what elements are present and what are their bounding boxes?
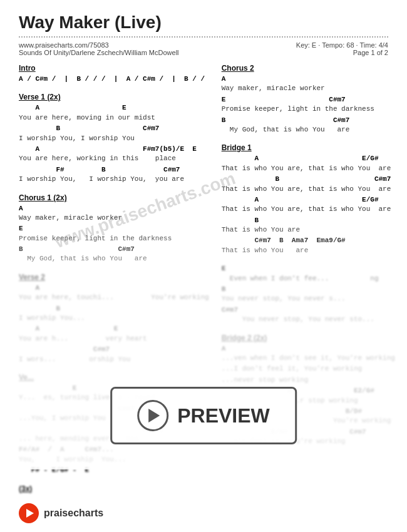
verse1-pair3: A F#m7(b5)/E E You are here, working in … [19, 145, 209, 164]
title-divider [19, 36, 388, 38]
section-chorus1: Chorus 1 (2x) A Way maker, miracle worke… [19, 193, 209, 264]
section-verse3: Ve... E Y... es, turning lives a - round… [19, 373, 209, 476]
chorus1-title: Chorus 1 (2x) [19, 193, 209, 202]
section-verse1: Verse 1 (2x) A E You are here, moving in… [19, 93, 209, 184]
song-artists: Sounds Of Unity/Darlene Zschech/William … [19, 49, 179, 56]
section-chorus2: Chorus 2 A Way maker, miracle worker E C… [222, 64, 395, 135]
verse3-title: Ve... [19, 373, 209, 382]
verse2-title: Verse 2 [19, 273, 209, 282]
song-title: Way Maker (Live) [19, 13, 388, 33]
song-url: www.praisecharts.com/75083 [19, 41, 109, 49]
section-bridge1: Bridge 1 A E/G# That is who You are, tha… [222, 143, 395, 255]
footer: praisecharts [19, 503, 103, 523]
chorus1-pair1: A Way maker, miracle worker [19, 204, 209, 223]
section-right-blurred: E Even when I don't fee... ng B You neve… [222, 264, 395, 324]
right-column: Chorus 2 A Way maker, miracle worker E C… [222, 64, 395, 502]
intro-title: Intro [19, 64, 209, 73]
bridge2-title: Bridge 2 (2x) [222, 334, 395, 342]
section-bridge2: Bridge 2 (2x) A ...ven when I don't see … [222, 334, 395, 447]
page-info: Page 1 of 2 [353, 49, 388, 56]
song-tempo: Tempo: 68 [322, 41, 354, 49]
section-intro: Intro A / C#m / | B / / / | A / C#m / | … [19, 64, 209, 84]
verse1-pair2: B C#m7 I worship You, I worship You [19, 124, 209, 143]
song-time: Time: 4/4 [360, 41, 388, 49]
section-verse2: Verse 2 A You are here, touchi... You're… [19, 273, 209, 364]
footer-brand: praisecharts [44, 508, 103, 519]
verse1-pair4: F# B C#m7 I worship You, I worship You, … [19, 165, 209, 185]
content-area: Intro A / C#m / | B / / / | A / C#m / | … [19, 64, 388, 502]
page: Way Maker (Live) www.praisecharts.com/75… [0, 0, 407, 532]
left-column: Intro A / C#m / | B / / / | A / C#m / | … [19, 64, 209, 502]
section-3x: (3x) [19, 484, 209, 493]
chorus2-title: Chorus 2 [222, 64, 395, 73]
section-3x-title: (3x) [19, 484, 209, 493]
intro-line: A / C#m / | B / / / | A / C#m / | B / / [19, 74, 209, 84]
chorus1-pair2: E Promise keeper, light in the darkness [19, 224, 209, 243]
song-key: Key: E [296, 41, 316, 49]
verse1-pair1: A E You are here, moving in our midst [19, 103, 209, 123]
meta-row: www.praisecharts.com/75083 Sounds Of Uni… [19, 41, 388, 56]
verse1-title: Verse 1 (2x) [19, 93, 209, 101]
chorus1-pair3: B C#m7 My God, that is who You are [19, 245, 209, 264]
footer-logo [19, 503, 39, 523]
bridge1-title: Bridge 1 [222, 143, 395, 152]
